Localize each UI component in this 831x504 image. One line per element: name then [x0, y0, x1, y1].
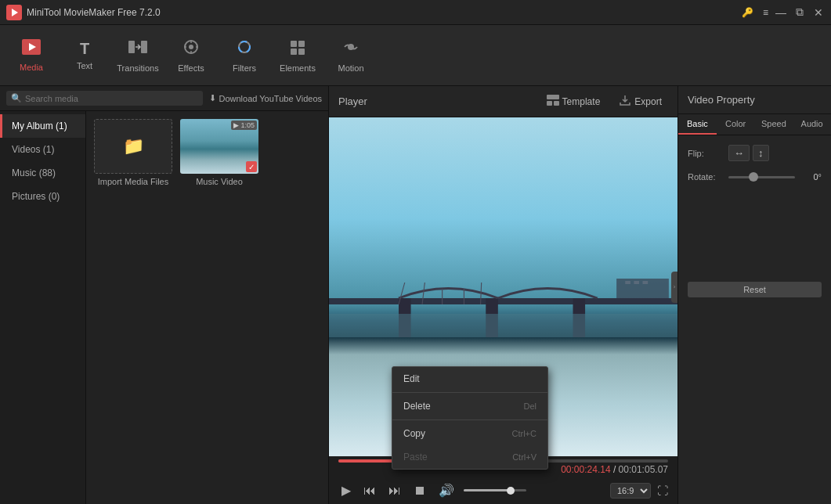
youtube-download-button[interactable]: ⬇ Download YouTube Videos: [209, 93, 323, 103]
ctx-copy-shortcut: Ctrl+C: [512, 429, 537, 438]
toolbar-filters[interactable]: Filters: [219, 29, 269, 82]
flip-horizontal-button[interactable]: ↔: [728, 145, 750, 161]
time-current: 00:00:24.14: [561, 464, 610, 475]
ctx-paste-label: Paste: [403, 452, 428, 463]
toolbar-effects[interactable]: Effects: [166, 29, 216, 82]
export-button[interactable]: Export: [612, 92, 668, 110]
svg-point-7: [189, 45, 193, 49]
main-toolbar: Media T Text Transitions Effects Filters…: [0, 25, 831, 86]
volume-slider[interactable]: [464, 489, 526, 491]
import-media-item[interactable]: 📁 Import Media Files: [94, 119, 172, 186]
toolbar-text-label: Text: [77, 61, 92, 70]
context-menu-edit[interactable]: Edit: [392, 367, 547, 391]
sidebar-item-music[interactable]: Music (88): [0, 161, 85, 185]
volume-button[interactable]: 🔊: [435, 481, 457, 499]
toolbar-filters-label: Filters: [233, 63, 256, 73]
template-icon: [547, 95, 559, 108]
video-property-body: Flip: ↔ ↕ Rotate: 0° Re: [678, 135, 831, 504]
player-controls: ▶ ⏮ ⏭ ⏹ 🔊 16:9 9:16 4:3 1:1 ⛶: [329, 477, 677, 504]
close-button[interactable]: ✕: [812, 6, 825, 19]
export-icon: [619, 95, 631, 108]
prev-frame-button[interactable]: ⏮: [360, 482, 379, 499]
tab-basic[interactable]: Basic: [678, 114, 717, 135]
ctx-divider-2: [392, 419, 547, 420]
rotate-label: Rotate:: [688, 172, 728, 182]
search-icon: 🔍: [11, 93, 22, 103]
context-menu-delete[interactable]: Delete Del: [392, 394, 547, 418]
svg-rect-4: [128, 41, 135, 53]
volume-thumb: [507, 487, 515, 495]
svg-rect-31: [643, 281, 649, 284]
transitions-icon: [128, 38, 147, 60]
import-thumb: 📁: [94, 119, 172, 174]
music-video-thumb: ▶ 1:05 ✓: [180, 119, 258, 174]
tab-color[interactable]: Color: [717, 114, 755, 135]
effects-icon: [182, 38, 201, 60]
sidebar-item-myalbum[interactable]: My Album (1): [0, 114, 85, 138]
flip-vertical-button[interactable]: ↕: [753, 145, 769, 161]
media-header: 🔍 ⬇ Download YouTube Videos: [0, 86, 328, 111]
svg-rect-29: [625, 281, 630, 284]
svg-rect-15: [547, 95, 559, 99]
import-label: Import Media Files: [98, 177, 168, 186]
menu-icon[interactable]: ≡: [763, 7, 768, 18]
ctx-divider-1: [392, 392, 547, 393]
context-menu: Edit Delete Del Copy Ctrl+C Paste Ctrl+V: [392, 366, 548, 470]
toolbar-transitions[interactable]: Transitions: [113, 29, 163, 82]
toolbar-elements-label: Elements: [280, 63, 316, 73]
toolbar-motion-label: Motion: [338, 63, 363, 73]
toolbar-text[interactable]: T Text: [60, 29, 110, 82]
tab-speed[interactable]: Speed: [755, 114, 793, 135]
toolbar-media-label: Media: [20, 63, 43, 72]
aspect-ratio-select[interactable]: 16:9 9:16 4:3 1:1: [610, 483, 651, 499]
sidebar: My Album (1) Videos (1) Music (88) Pictu…: [0, 111, 86, 504]
fullscreen-button[interactable]: ⛶: [657, 484, 668, 497]
minimize-button[interactable]: —: [775, 6, 787, 19]
sidebar-item-videos[interactable]: Videos (1): [0, 138, 85, 161]
svg-rect-17: [554, 101, 559, 106]
left-panel: 🔍 ⬇ Download YouTube Videos My Album (1)…: [0, 86, 329, 504]
ctx-delete-shortcut: Del: [523, 401, 537, 411]
expand-handle[interactable]: ›: [671, 272, 677, 303]
tab-audio[interactable]: Audio: [793, 114, 831, 135]
svg-rect-5: [141, 41, 147, 53]
toolbar-media[interactable]: Media: [6, 29, 56, 82]
template-button[interactable]: Template: [540, 92, 607, 110]
reset-button[interactable]: Reset: [688, 282, 822, 297]
toolbar-motion[interactable]: Motion: [326, 29, 376, 82]
svg-rect-30: [634, 281, 639, 284]
rotate-row: Rotate: 0°: [688, 172, 822, 182]
rotate-controls: 0°: [728, 172, 822, 182]
window-controls: — ⧉ ✕: [775, 6, 825, 19]
rotate-slider[interactable]: [728, 176, 795, 178]
elements-icon: [288, 38, 307, 60]
ctx-paste-shortcut: Ctrl+V: [512, 452, 537, 462]
music-video-item[interactable]: ▶ 1:05 ✓ Music Video: [180, 119, 258, 186]
media-body: My Album (1) Videos (1) Music (88) Pictu…: [0, 111, 328, 504]
restore-button[interactable]: ⧉: [793, 6, 806, 19]
toolbar-effects-label: Effects: [178, 63, 204, 73]
video-property-tabs: Basic Color Speed Audio: [678, 114, 831, 135]
video-property-title: Video Property: [678, 86, 831, 114]
svg-rect-18: [329, 298, 677, 304]
search-box[interactable]: 🔍: [6, 91, 203, 106]
flip-row: Flip: ↔ ↕: [688, 145, 822, 161]
stop-button[interactable]: ⏹: [410, 482, 429, 499]
context-menu-copy[interactable]: Copy Ctrl+C: [392, 422, 547, 445]
play-button[interactable]: ▶: [338, 481, 354, 499]
svg-rect-13: [298, 49, 305, 55]
flip-label: Flip:: [688, 149, 728, 158]
media-grid: 📁 Import Media Files ▶ 1:05 ✓ Music Vide…: [86, 111, 328, 504]
reset-area: Reset: [688, 275, 822, 297]
ctx-copy-label: Copy: [403, 428, 425, 439]
search-input[interactable]: [25, 94, 198, 103]
toolbar-transitions-label: Transitions: [117, 63, 158, 73]
next-frame-button[interactable]: ⏭: [385, 482, 404, 499]
context-menu-paste: Paste Ctrl+V: [392, 445, 547, 469]
toolbar-elements[interactable]: Elements: [273, 29, 323, 82]
sidebar-item-pictures[interactable]: Pictures (0): [0, 185, 85, 208]
svg-rect-11: [298, 41, 305, 47]
time-separator: /: [613, 464, 619, 475]
app-title: MiniTool MovieMaker Free 7.2.0: [27, 7, 742, 18]
ctx-edit-label: Edit: [403, 373, 420, 384]
